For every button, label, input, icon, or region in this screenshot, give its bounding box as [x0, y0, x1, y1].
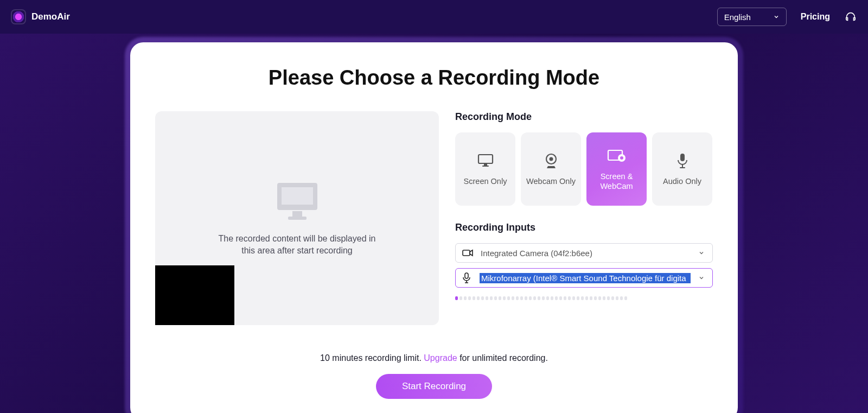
svg-rect-6: [482, 166, 489, 167]
recorder-card: Please Choose a Recording Mode The recor…: [130, 42, 738, 413]
chevron-down-icon: [773, 14, 780, 20]
pricing-link[interactable]: Pricing: [801, 12, 830, 22]
brand-name: DemoAir: [31, 11, 70, 22]
level-segment: [594, 296, 597, 300]
mode-screen-only[interactable]: Screen Only: [455, 132, 515, 206]
camera-icon: [462, 249, 473, 257]
preview-area: The recorded content will be displayed i…: [155, 111, 439, 325]
level-segment: [481, 296, 484, 300]
level-segment: [607, 296, 610, 300]
level-segment: [590, 296, 592, 300]
chevron-down-icon: [698, 275, 706, 281]
camera-value: Integrated Camera (04f2:b6ee): [481, 249, 691, 258]
level-segment: [503, 296, 506, 300]
level-segment: [525, 296, 527, 300]
level-segment: [564, 296, 566, 300]
upgrade-link[interactable]: Upgrade: [424, 353, 457, 363]
level-segment: [577, 296, 579, 300]
microphone-icon: [462, 272, 472, 283]
level-segment: [551, 296, 553, 300]
svg-rect-4: [478, 155, 493, 163]
level-segment: [507, 296, 510, 300]
language-value: English: [724, 12, 751, 22]
microphone-value: Mikrofonarray (Intel® Smart Sound Techno…: [480, 273, 691, 283]
level-segment: [620, 296, 623, 300]
level-segment: [598, 296, 601, 300]
level-segment: [542, 296, 545, 300]
svg-rect-1: [282, 187, 313, 205]
level-segment: [464, 296, 467, 300]
mode-label: Webcam Only: [523, 177, 579, 186]
svg-rect-5: [484, 164, 487, 166]
chevron-down-icon: [698, 250, 706, 256]
level-segment: [477, 296, 480, 300]
svg-rect-16: [465, 273, 468, 278]
camera-select[interactable]: Integrated Camera (04f2:b6ee): [455, 243, 713, 263]
level-segment: [616, 296, 618, 300]
limit-text: 10 minutes recording limit. Upgrade for …: [155, 353, 713, 363]
level-segment: [559, 296, 562, 300]
navbar: DemoAir English Pricing: [0, 0, 868, 34]
mode-label: Screen & WebCam: [586, 172, 647, 191]
microphone-icon: [676, 152, 688, 169]
preview-text: The recorded content will be displayed i…: [219, 233, 376, 256]
level-segment: [499, 296, 501, 300]
svg-rect-2: [292, 211, 302, 217]
headset-icon[interactable]: [844, 10, 857, 23]
page-title: Please Choose a Recording Mode: [155, 66, 713, 90]
level-segment: [611, 296, 614, 300]
mode-label: Audio Only: [660, 177, 705, 186]
webcam-icon: [544, 152, 558, 169]
level-segment: [512, 296, 514, 300]
recording-mode-label: Recording Mode: [455, 111, 713, 123]
mode-screen-and-webcam[interactable]: Screen & WebCam: [586, 132, 647, 206]
level-segment: [516, 296, 519, 300]
svg-point-8: [549, 157, 553, 161]
svg-rect-13: [682, 164, 683, 167]
level-segment: [585, 296, 588, 300]
brand-logo-icon: [11, 9, 26, 24]
level-segment: [546, 296, 549, 300]
level-segment: [624, 296, 627, 300]
level-segment: [572, 296, 575, 300]
level-segment: [455, 296, 458, 300]
level-segment: [529, 296, 532, 300]
level-segment: [486, 296, 488, 300]
level-segment: [520, 296, 523, 300]
recording-inputs-label: Recording Inputs: [455, 222, 713, 233]
mode-label: Screen Only: [461, 177, 510, 186]
mic-level-meter: [455, 296, 713, 300]
monitor-placeholder-icon: [274, 180, 321, 222]
microphone-select[interactable]: Mikrofonarray (Intel® Smart Sound Techno…: [455, 268, 713, 288]
level-segment: [459, 296, 462, 300]
svg-rect-3: [288, 217, 307, 220]
level-segment: [581, 296, 584, 300]
mode-webcam-only[interactable]: Webcam Only: [521, 132, 581, 206]
nav-right: English Pricing: [717, 8, 857, 26]
svg-rect-14: [680, 167, 685, 168]
level-segment: [555, 296, 558, 300]
level-segment: [533, 296, 536, 300]
level-segment: [538, 296, 540, 300]
level-segment: [490, 296, 493, 300]
mode-options: Screen Only Webcam Only Screen & WebCam: [455, 132, 713, 206]
webcam-preview-tile: [155, 265, 234, 325]
svg-rect-12: [680, 154, 685, 161]
level-segment: [568, 296, 571, 300]
monitor-icon: [477, 152, 494, 169]
level-segment: [468, 296, 471, 300]
start-recording-button[interactable]: Start Recording: [376, 374, 492, 399]
level-segment: [494, 296, 497, 300]
language-select[interactable]: English: [717, 8, 787, 26]
level-segment: [473, 296, 475, 300]
svg-rect-15: [463, 250, 470, 256]
screen-webcam-icon: [607, 147, 627, 164]
svg-point-11: [620, 156, 623, 160]
level-segment: [603, 296, 605, 300]
brand[interactable]: DemoAir: [11, 9, 70, 24]
mode-audio-only[interactable]: Audio Only: [652, 132, 712, 206]
